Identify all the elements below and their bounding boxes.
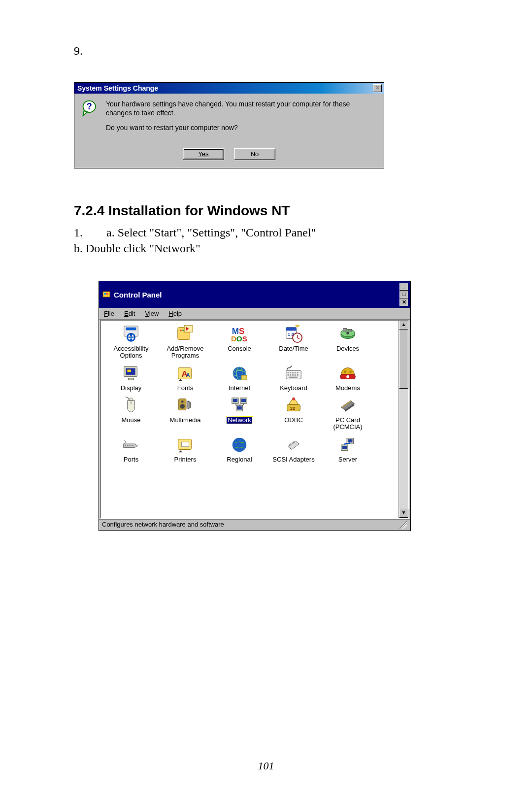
add-remove-programs-icon bbox=[175, 325, 195, 343]
keyboard-icon bbox=[284, 364, 303, 383]
printers-icon bbox=[175, 435, 195, 454]
svg-point-64 bbox=[125, 445, 126, 446]
internet-icon bbox=[230, 364, 249, 383]
scroll-track[interactable] bbox=[399, 330, 408, 509]
question-icon: ? bbox=[81, 100, 99, 117]
item-label: Internet bbox=[229, 385, 250, 392]
svg-rect-10 bbox=[180, 330, 182, 332]
item-add-remove-programs[interactable]: Add/Remove Programs bbox=[159, 325, 211, 359]
svg-point-65 bbox=[127, 445, 128, 446]
svg-rect-17 bbox=[286, 328, 297, 331]
control-panel-titlebar: Control Panel _ □ ✕ bbox=[99, 281, 410, 308]
scroll-thumb[interactable] bbox=[399, 330, 408, 389]
item-mouse[interactable]: Mouse bbox=[105, 396, 157, 430]
control-panel-body: Accessibility Options Add/Remove Program… bbox=[101, 321, 399, 518]
svg-rect-46 bbox=[297, 374, 299, 376]
item-pc-card[interactable]: PC Card (PCMCIA) bbox=[322, 396, 374, 430]
control-panel-title-icon bbox=[102, 290, 111, 299]
menu-help[interactable]: Help bbox=[168, 310, 182, 317]
console-icon: MSDOS bbox=[230, 325, 249, 343]
display-icon bbox=[121, 364, 141, 383]
devices-icon bbox=[338, 325, 358, 343]
maximize-icon[interactable]: □ bbox=[399, 291, 408, 299]
item-multimedia[interactable]: Multimedia bbox=[159, 396, 211, 430]
odbc-icon: 32 bbox=[284, 396, 303, 415]
date-time-icon: 1 2 bbox=[284, 325, 303, 343]
svg-rect-6 bbox=[126, 328, 136, 331]
item-label: Console bbox=[228, 345, 251, 352]
svg-rect-39 bbox=[292, 372, 294, 373]
svg-point-8 bbox=[130, 334, 133, 336]
item-ports[interactable]: Ports bbox=[105, 435, 157, 463]
item-regional[interactable]: Regional bbox=[213, 435, 266, 463]
control-panel-window: Control Panel _ □ ✕ File Edit View Help bbox=[99, 281, 411, 531]
item-console[interactable]: MSDOS Console bbox=[213, 325, 266, 359]
item-printers[interactable]: Printers bbox=[159, 435, 211, 463]
item-label: Regional bbox=[227, 456, 252, 463]
item-label: Accessibility Options bbox=[106, 345, 156, 359]
item-keyboard[interactable]: Keyboard bbox=[267, 364, 320, 392]
scroll-down-icon[interactable]: ▼ bbox=[399, 509, 408, 518]
item-devices[interactable]: Devices bbox=[322, 325, 374, 359]
svg-rect-35 bbox=[241, 375, 247, 380]
accessibility-icon bbox=[121, 325, 141, 343]
svg-rect-4 bbox=[106, 293, 108, 295]
no-label: No bbox=[251, 150, 259, 158]
svg-point-49 bbox=[346, 375, 349, 378]
item-internet[interactable]: Internet bbox=[213, 364, 266, 392]
step-1a-text: a. Select "Start", "Settings", "Control … bbox=[106, 225, 316, 240]
svg-rect-28 bbox=[128, 378, 133, 380]
svg-rect-3 bbox=[104, 293, 106, 295]
item-fonts[interactable]: AA Fonts bbox=[159, 364, 211, 392]
svg-point-71 bbox=[233, 437, 247, 452]
item-modems[interactable]: Modems bbox=[322, 364, 374, 392]
menu-view[interactable]: View bbox=[145, 310, 159, 317]
control-panel-title: Control Panel bbox=[114, 291, 162, 299]
menu-file[interactable]: File bbox=[104, 310, 114, 317]
scroll-up-icon[interactable]: ▲ bbox=[399, 321, 408, 330]
svg-rect-38 bbox=[290, 372, 291, 373]
item-label: Modems bbox=[335, 385, 360, 392]
status-bar: Configures network hardware and software bbox=[99, 519, 410, 531]
scsi-icon bbox=[284, 435, 303, 454]
svg-rect-43 bbox=[290, 374, 291, 376]
item-label: Server bbox=[338, 456, 357, 463]
item-server[interactable]: Server bbox=[322, 435, 374, 463]
no-button[interactable]: No bbox=[234, 148, 275, 160]
svg-point-66 bbox=[129, 445, 130, 446]
svg-point-54 bbox=[181, 400, 184, 403]
server-icon bbox=[338, 435, 358, 454]
item-label: PC Card (PCMCIA) bbox=[323, 417, 372, 430]
yes-button[interactable]: Yes bbox=[183, 148, 224, 160]
svg-rect-11 bbox=[182, 330, 184, 332]
network-icon bbox=[230, 396, 249, 415]
svg-point-63 bbox=[292, 398, 295, 400]
svg-point-53 bbox=[180, 404, 185, 409]
step-number: 9. bbox=[74, 44, 458, 58]
svg-rect-41 bbox=[297, 372, 299, 373]
svg-rect-22 bbox=[343, 329, 347, 332]
svg-point-24 bbox=[346, 332, 349, 335]
vertical-scrollbar[interactable]: ▲ ▼ bbox=[399, 321, 408, 518]
item-accessibility-options[interactable]: Accessibility Options bbox=[105, 325, 157, 359]
item-display[interactable]: Display bbox=[105, 364, 157, 392]
svg-rect-37 bbox=[288, 372, 289, 373]
close-icon[interactable]: ✕ bbox=[373, 84, 382, 92]
close-icon[interactable]: ✕ bbox=[399, 299, 408, 306]
svg-rect-60 bbox=[237, 406, 242, 410]
resize-grip-icon[interactable] bbox=[399, 521, 407, 529]
system-settings-change-dialog: System Settings Change ✕ ? Your hardware… bbox=[74, 82, 384, 168]
svg-rect-47 bbox=[289, 376, 298, 378]
item-network[interactable]: Network bbox=[213, 396, 266, 430]
menu-edit[interactable]: Edit bbox=[124, 310, 135, 317]
item-label: ODBC bbox=[284, 417, 303, 424]
item-label: Keyboard bbox=[280, 385, 307, 392]
item-date-time[interactable]: 1 2 Date/Time bbox=[267, 325, 320, 359]
svg-rect-42 bbox=[288, 374, 289, 376]
svg-text:A: A bbox=[186, 372, 190, 377]
item-odbc[interactable]: 32 ODBC bbox=[267, 396, 320, 430]
item-scsi-adapters[interactable]: SCSI Adapters bbox=[267, 435, 320, 463]
item-label-selected: Network bbox=[227, 417, 252, 424]
minimize-icon[interactable]: _ bbox=[399, 283, 408, 291]
yes-label: Yes bbox=[198, 150, 208, 158]
